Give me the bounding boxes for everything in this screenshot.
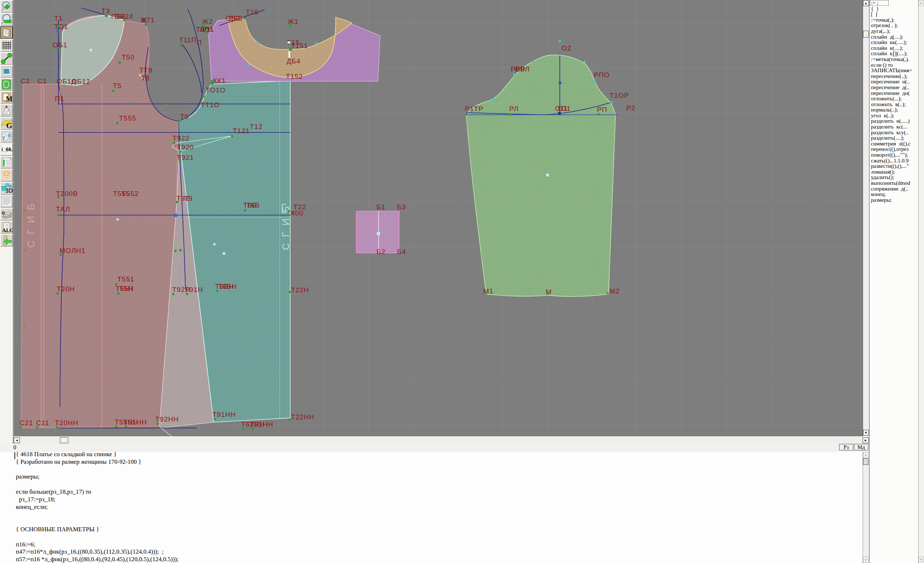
svg-text:С21: С21 bbox=[20, 419, 33, 427]
svg-text:ОБ12: ОБ12 bbox=[72, 78, 90, 85]
svg-text:Ж1: Ж1 bbox=[288, 18, 298, 25]
svg-text:M: M bbox=[6, 95, 13, 103]
svg-text:Т920: Т920 bbox=[177, 143, 194, 151]
svg-text:Т9: Т9 bbox=[180, 113, 189, 121]
svg-text:Т61НН: Т61НН bbox=[250, 421, 273, 428]
svg-text:С1: С1 bbox=[38, 77, 47, 85]
svg-text:Т151: Т151 bbox=[291, 42, 308, 49]
svg-text:Т922: Т922 bbox=[172, 134, 189, 142]
svg-text:Т20Н: Т20Н bbox=[57, 285, 75, 293]
svg-text:Т5Н: Т5Н bbox=[119, 285, 133, 292]
svg-text:КК1: КК1 bbox=[213, 77, 226, 84]
svg-text:Т121: Т121 bbox=[233, 127, 250, 135]
svg-text:Т22НН: Т22НН bbox=[291, 413, 314, 421]
svg-text:Т552: Т552 bbox=[122, 190, 139, 198]
svg-text:Т50: Т50 bbox=[122, 53, 135, 61]
svg-text:ТО1О: ТО1О bbox=[206, 86, 226, 94]
svg-text:РП: РП bbox=[597, 106, 607, 113]
svg-text:Б4: Б4 bbox=[397, 248, 406, 256]
svg-text:ДБ3: ДБ3 bbox=[228, 15, 243, 22]
svg-text:М2: М2 bbox=[610, 287, 620, 295]
svg-text:Р2: Р2 bbox=[626, 104, 635, 112]
svg-text:С11: С11 bbox=[36, 419, 49, 427]
svg-text:ALG: ALG bbox=[2, 228, 13, 233]
svg-text:Т8: Т8 bbox=[141, 74, 150, 82]
svg-text:Т9: Т9 bbox=[184, 195, 193, 202]
svg-text:П: П bbox=[197, 39, 202, 46]
svg-text:Т92НН: Т92НН bbox=[155, 415, 178, 423]
svg-text:Т1: Т1 bbox=[54, 15, 63, 22]
svg-text:Т6БН: Т6БН bbox=[218, 283, 237, 290]
svg-text:Б2: Б2 bbox=[376, 248, 386, 256]
svg-text:Т12: Т12 bbox=[250, 123, 263, 130]
svg-text:Т3: Т3 bbox=[101, 7, 110, 15]
svg-text:Т152: Т152 bbox=[286, 73, 303, 80]
svg-text:РПО: РПО bbox=[594, 71, 610, 79]
svg-text:О2: О2 bbox=[562, 44, 572, 52]
svg-text:О1: О1 bbox=[558, 105, 568, 112]
svg-text:ТТ1О: ТТ1О bbox=[201, 101, 220, 109]
svg-text:Т6В: Т6В bbox=[246, 201, 260, 209]
svg-text:3D: 3D bbox=[5, 188, 13, 194]
svg-text:Т1ОР: Т1ОР bbox=[610, 92, 629, 99]
svg-text:РВЛ: РВЛ bbox=[515, 65, 530, 73]
svg-text:i_66.: i_66. bbox=[2, 147, 13, 152]
svg-text:ДБ4: ДБ4 bbox=[286, 57, 301, 65]
svg-text:Х71: Х71 bbox=[141, 16, 155, 24]
svg-text:РЛ: РЛ bbox=[509, 105, 519, 112]
svg-text:Т11П: Т11П bbox=[179, 36, 197, 44]
svg-text:Т16: Т16 bbox=[246, 8, 259, 16]
svg-text:Т921: Т921 bbox=[177, 154, 194, 161]
svg-text:ТТ8: ТТ8 bbox=[140, 66, 153, 74]
svg-text:П1: П1 bbox=[55, 95, 64, 102]
svg-text:Б1: Б1 bbox=[376, 203, 386, 211]
svg-text:С2: С2 bbox=[21, 77, 30, 85]
svg-text:Т51НН: Т51НН bbox=[123, 418, 147, 426]
svg-text:Б3: Б3 bbox=[397, 203, 406, 211]
svg-text:МОЛН1: МОЛН1 bbox=[60, 247, 86, 255]
svg-text:Т551: Т551 bbox=[117, 276, 134, 283]
svg-text:Т91Н: Т91Н bbox=[185, 286, 203, 293]
svg-text:Т555: Т555 bbox=[119, 114, 136, 122]
svg-text:Т5: Т5 bbox=[113, 82, 122, 90]
svg-text:Т91НН: Т91НН bbox=[212, 411, 236, 418]
svg-text:G: G bbox=[6, 121, 12, 129]
svg-text:Т22Н: Т22Н bbox=[291, 286, 309, 294]
svg-text:Ж2: Ж2 bbox=[202, 18, 213, 25]
svg-text:ТАЛ: ТАЛ bbox=[56, 205, 70, 213]
svg-text:ОБ24: ОБ24 bbox=[114, 13, 133, 20]
svg-text:Р1ТР: Р1ТР bbox=[465, 105, 484, 112]
svg-text:ТО1: ТО1 bbox=[54, 23, 68, 30]
svg-text:ОБ1: ОБ1 bbox=[53, 41, 68, 49]
svg-text:Т20НН: Т20НН bbox=[55, 419, 78, 427]
svg-text:М1: М1 bbox=[483, 287, 494, 295]
